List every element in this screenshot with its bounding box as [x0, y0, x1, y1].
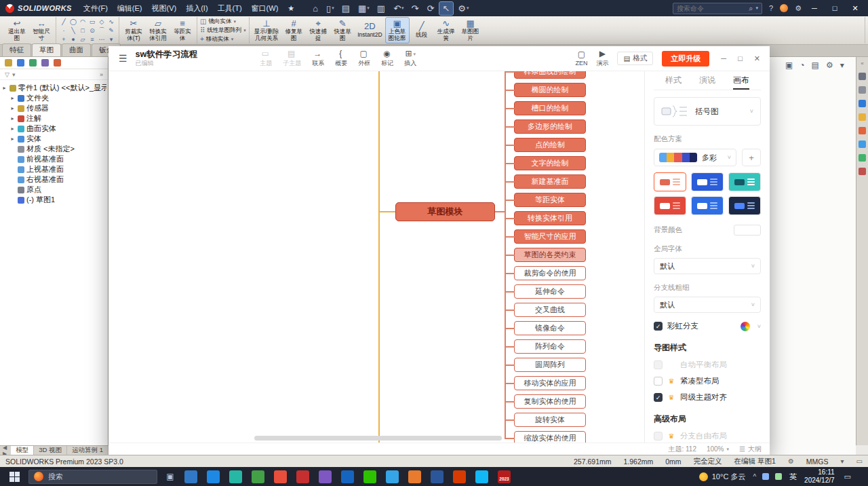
- pattern-tool-button[interactable]: ⠿ 线性草图阵列 ▾: [200, 26, 246, 35]
- taskbar-app-icon[interactable]: [475, 470, 488, 483]
- task-pane-icon[interactable]: [859, 100, 866, 107]
- quick-access-tool-icon[interactable]: ⚙ ▾: [455, 2, 471, 15]
- subtopic-node[interactable]: 椭圆的绘制: [514, 83, 586, 97]
- menu-item[interactable]: 插入(I): [181, 3, 212, 14]
- quick-access-tool-icon[interactable]: ⌂: [310, 2, 321, 15]
- view-tool-icon[interactable]: ◔: [800, 60, 804, 70]
- taskbar-app-icon[interactable]: [341, 470, 354, 483]
- tree-item[interactable]: ▸ 注解: [1, 113, 106, 124]
- sketch-entity-icon[interactable]: ✎: [106, 26, 116, 35]
- subtopic-node[interactable]: 新建基准面: [514, 174, 586, 189]
- menu-item[interactable]: 编辑(E): [113, 3, 147, 14]
- sketch-entity-icon[interactable]: ▾: [106, 35, 116, 43]
- subtopic-node[interactable]: 旋转实体: [514, 413, 586, 427]
- taskbar-app-icon[interactable]: [229, 470, 242, 483]
- sketch-entity-icon[interactable]: ◯: [68, 17, 78, 26]
- format-panel-tab[interactable]: 演说: [699, 71, 715, 90]
- subtopic-node[interactable]: 镜像命令: [514, 321, 586, 335]
- task-pane-icon[interactable]: [859, 73, 866, 80]
- theme-card[interactable]: [691, 196, 724, 215]
- task-pane-icon[interactable]: [859, 86, 866, 94]
- mindmap-tool-button[interactable]: ▤ 子主题: [283, 50, 301, 68]
- subtopic-node[interactable]: 多边形的绘制: [514, 119, 586, 134]
- sketch-entity-icon[interactable]: ◠: [78, 17, 87, 26]
- zoom-control[interactable]: 100% ▾: [707, 445, 729, 453]
- quick-access-tool-icon[interactable]: ▤: [339, 2, 353, 15]
- quick-access-tool-icon[interactable]: ⟳: [424, 2, 437, 15]
- subtopic-node[interactable]: 复制实体的使用: [514, 394, 586, 409]
- tree-item[interactable]: (-) 草图1: [1, 195, 106, 205]
- taskbar-app-icon[interactable]: [296, 470, 309, 483]
- tray-icon[interactable]: [762, 473, 769, 480]
- subtopic-node[interactable]: 点的绘制: [514, 138, 586, 152]
- mindmap-tool-button[interactable]: ▢ 外框: [358, 50, 370, 68]
- subtopic-node[interactable]: 等距实体: [514, 193, 586, 207]
- option-checkbox[interactable]: ✓: [654, 377, 663, 386]
- maximize-button[interactable]: □: [738, 54, 743, 63]
- expand-arrow-icon[interactable]: ▸: [9, 95, 16, 101]
- quick-access-tool-icon[interactable]: ▦ ▾: [355, 2, 372, 15]
- format-panel-tab[interactable]: 画布: [733, 71, 749, 90]
- subtopic-node[interactable]: 转换实体引用: [514, 211, 586, 225]
- view-tool-icon[interactable]: ▤: [812, 60, 819, 70]
- subtopic-node[interactable]: 圆周阵列: [514, 358, 586, 372]
- sketch-tool-button[interactable]: ⌖ 快速捕 捉: [307, 18, 330, 42]
- featuremanager-tab-icon[interactable]: [54, 59, 61, 67]
- pattern-tool-button[interactable]: + 移动实体 ▾: [200, 35, 246, 43]
- outline-button[interactable]: ☰ 大纲: [739, 445, 762, 454]
- rainbow-branch-checkbox[interactable]: ✓: [654, 322, 663, 331]
- sketch-entity-icon[interactable]: ╱: [59, 17, 68, 26]
- weather-widget[interactable]: 10°C 多云: [699, 472, 746, 482]
- quick-access-tool-icon[interactable]: ▥: [374, 2, 389, 15]
- tree-item[interactable]: 右视基准面: [1, 174, 106, 185]
- commandmanager-tab[interactable]: 特征: [2, 43, 31, 56]
- sketch-tool-button[interactable]: ✂ 剪裁实 体(T): [122, 18, 145, 42]
- option-checkbox[interactable]: ✓: [654, 432, 663, 441]
- sketch-tool-button[interactable]: # 修复草 图: [282, 18, 305, 42]
- option-checkbox[interactable]: ✓: [654, 360, 663, 369]
- tree-root-item[interactable]: ▸ 零件1 (默认) <<默认>_显示状态 1>: [1, 83, 106, 93]
- dropdown-caret-icon[interactable]: ▾: [233, 19, 236, 24]
- mindmap-tool-button[interactable]: ⊞▾ 插入: [404, 50, 416, 68]
- task-pane-icon[interactable]: [859, 168, 866, 175]
- collapse-pane-icon[interactable]: «: [861, 60, 863, 67]
- taskbar-app-icon[interactable]: 2023: [498, 470, 511, 483]
- tag-icon[interactable]: ▭: [856, 457, 863, 465]
- start-button[interactable]: [0, 467, 28, 486]
- mindmap-tool-button[interactable]: { 概要: [335, 50, 347, 68]
- task-pane-icon[interactable]: [859, 127, 866, 134]
- help-icon[interactable]: ?: [769, 4, 773, 12]
- subtopic-node[interactable]: 阵列命令: [514, 339, 586, 354]
- exit-sketch-button[interactable]: ↩ 退出草 图: [5, 18, 28, 42]
- minimize-button[interactable]: ─: [804, 0, 825, 16]
- taskbar-app-icon[interactable]: [386, 470, 399, 483]
- theme-card[interactable]: [654, 196, 686, 215]
- tree-item[interactable]: 上视基准面: [1, 164, 106, 174]
- taskbar-app-icon[interactable]: [431, 470, 443, 483]
- task-pane-icon[interactable]: [859, 113, 866, 121]
- sketch-entity-icon[interactable]: +: [59, 35, 68, 43]
- menu-item[interactable]: 工具(T): [213, 3, 247, 14]
- notification-center-icon[interactable]: ▭: [842, 472, 853, 481]
- filter-caret-icon[interactable]: ▾: [12, 71, 16, 78]
- quick-access-tool-icon[interactable]: ↖: [439, 2, 453, 15]
- upgrade-button[interactable]: 立即升级: [662, 51, 709, 67]
- filter-funnel-icon[interactable]: ▽: [5, 71, 9, 78]
- taskbar-app-icon[interactable]: [408, 470, 421, 483]
- present-button[interactable]: ▶ 演示: [596, 50, 608, 68]
- subtopic-node[interactable]: 交叉曲线: [514, 303, 586, 317]
- sketch-entity-icon[interactable]: ▭: [87, 17, 97, 26]
- view-tool-icon[interactable]: ⚙: [826, 60, 833, 70]
- quick-access-tool-icon[interactable]: ↶ ▾: [391, 2, 406, 15]
- sketch-entity-icon[interactable]: □: [78, 26, 87, 35]
- menu-item[interactable]: 视图(V): [147, 3, 182, 14]
- commandmanager-tab[interactable]: 草图: [32, 43, 61, 56]
- tree-item[interactable]: 材质 <未指定>: [1, 144, 106, 154]
- expand-panel-icon[interactable]: »: [100, 71, 103, 78]
- tray-expand-icon[interactable]: ^: [753, 473, 756, 481]
- rainbow-color-icon[interactable]: [741, 322, 750, 331]
- taskbar-app-icon[interactable]: [319, 470, 332, 483]
- taskbar-app-icon[interactable]: [274, 470, 287, 483]
- task-pane-icon[interactable]: [859, 154, 866, 162]
- taskbar-clock[interactable]: 16:11 2024/12/7: [804, 468, 835, 485]
